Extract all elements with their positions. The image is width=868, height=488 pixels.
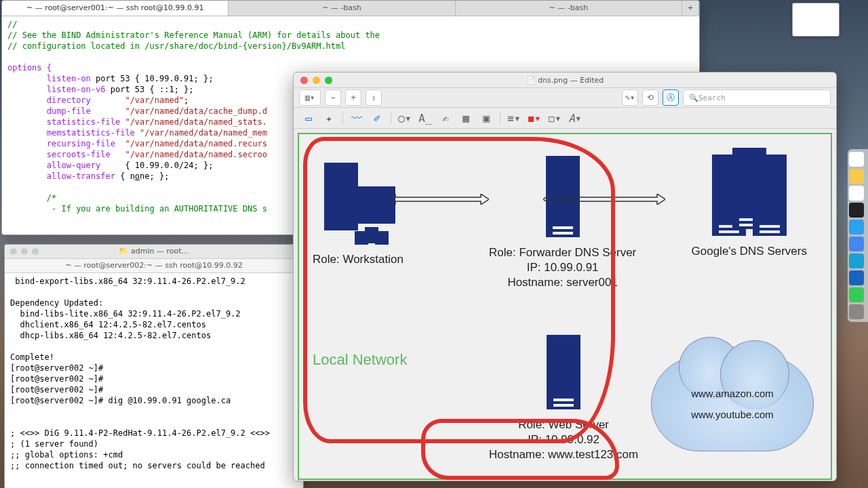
minimize-icon[interactable] — [313, 77, 320, 84]
search-input[interactable]: 🔍 Search — [683, 89, 831, 106]
share-icon[interactable]: ⇪ — [366, 89, 382, 106]
terminal-tabs: ~ — root@server001:~ — ssh root@10.99.0.… — [2, 1, 699, 16]
app-icon[interactable] — [849, 220, 864, 235]
app-icon[interactable] — [849, 287, 864, 302]
sketch-tool-icon[interactable]: 〰 — [350, 111, 363, 125]
terminal-tab-add[interactable]: + — [682, 1, 699, 16]
dock — [848, 149, 868, 322]
zoom-icon[interactable] — [325, 77, 332, 84]
terminal-tab-3[interactable]: ~ — -bash — [456, 1, 682, 16]
terminal-breadcrumb: 📁 admin — root… — [119, 246, 189, 257]
markup-icon[interactable]: Ⓐ — [663, 89, 679, 106]
desktop-file-thumbnail[interactable] — [792, 3, 840, 37]
text-tool-icon[interactable]: A̲ — [418, 111, 432, 125]
trash-icon[interactable] — [849, 304, 864, 319]
terminal-tab-1[interactable]: ~ — root@server001:~ — ssh root@10.99.0.… — [2, 1, 229, 16]
cloud-node: www.amazon.comwww.youtube.com — [651, 357, 814, 451]
lasso-tool-icon[interactable]: ✦ — [322, 111, 336, 125]
terminal-subtitle: ~ — root@server002:~ — ssh root@10.99.0.… — [5, 259, 303, 273]
highlight-icon[interactable]: ✎▾ — [622, 89, 638, 106]
zoom-in-icon[interactable]: + — [345, 89, 361, 106]
preview-canvas[interactable]: Role: Workstation Role: Forwarder DNS Se… — [298, 133, 832, 480]
traffic-lights[interactable] — [10, 248, 39, 255]
shapes-tool-icon[interactable]: ◯▾ — [398, 111, 412, 125]
border-color-icon[interactable]: ◼▾ — [528, 111, 541, 125]
app-icon[interactable] — [849, 169, 864, 184]
terminal-tab-2[interactable]: ~ — -bash — [229, 1, 455, 16]
vscode-icon[interactable] — [849, 270, 864, 285]
cloud-link: www.youtube.com — [691, 409, 774, 420]
app-icon[interactable] — [849, 253, 864, 268]
finder-icon[interactable] — [849, 152, 864, 167]
close-icon[interactable] — [300, 77, 308, 84]
rotate-icon[interactable]: ⟲ — [642, 89, 658, 106]
preview-title: 📄 dns.png — Edited — [526, 76, 604, 85]
zoom-out-icon[interactable]: − — [325, 89, 341, 106]
mask-tool-icon[interactable]: ▣ — [479, 111, 493, 125]
google-dns-label: Google's DNS Servers — [692, 244, 807, 259]
markup-toolbar: ▭ ✦ 〰 ✐ ◯▾ A̲ ✍ ▦ ▣ ≡▾ ◼▾ ◻▾ A▾ — [294, 108, 836, 129]
terminal-body[interactable]: bind-export-libs.x86_64 32:9.11.4-26.P2.… — [5, 273, 303, 474]
draw-tool-icon[interactable]: ✐ — [370, 111, 384, 125]
annotation-circle-2[interactable] — [421, 419, 619, 480]
line-style-icon[interactable]: ≡▾ — [507, 111, 521, 125]
preview-titlebar[interactable]: 📄 dns.png — Edited — [294, 73, 836, 87]
traffic-lights[interactable] — [300, 77, 332, 84]
cloud-link: www.amazon.com — [691, 388, 774, 399]
note-tool-icon[interactable]: ▦ — [459, 111, 473, 125]
fill-color-icon[interactable]: ◻▾ — [548, 111, 561, 125]
preview-toolbar: ▥▾ − + ⇪ ✎▾ ⟲ Ⓐ 🔍 Search — [294, 87, 836, 108]
sidebar-icon[interactable]: ▥▾ — [299, 89, 321, 106]
sign-tool-icon[interactable]: ✍ — [439, 111, 452, 125]
chrome-icon[interactable] — [849, 186, 864, 201]
app-icon[interactable] — [849, 237, 864, 251]
preview-window: 📄 dns.png — Edited ▥▾ − + ⇪ ✎▾ ⟲ Ⓐ 🔍 Sea… — [293, 72, 837, 481]
terminal-window-server002: 📁 admin — root… ~ — root@server002:~ — s… — [4, 244, 304, 488]
terminal-icon[interactable] — [849, 203, 864, 218]
annotation-circle-1[interactable] — [303, 137, 615, 443]
font-style-icon[interactable]: A▾ — [568, 111, 582, 125]
google-dns-node: Google's DNS Servers — [692, 148, 807, 259]
select-tool-icon[interactable]: ▭ — [302, 111, 315, 125]
terminal-titlebar[interactable]: 📁 admin — root… — [5, 245, 303, 259]
